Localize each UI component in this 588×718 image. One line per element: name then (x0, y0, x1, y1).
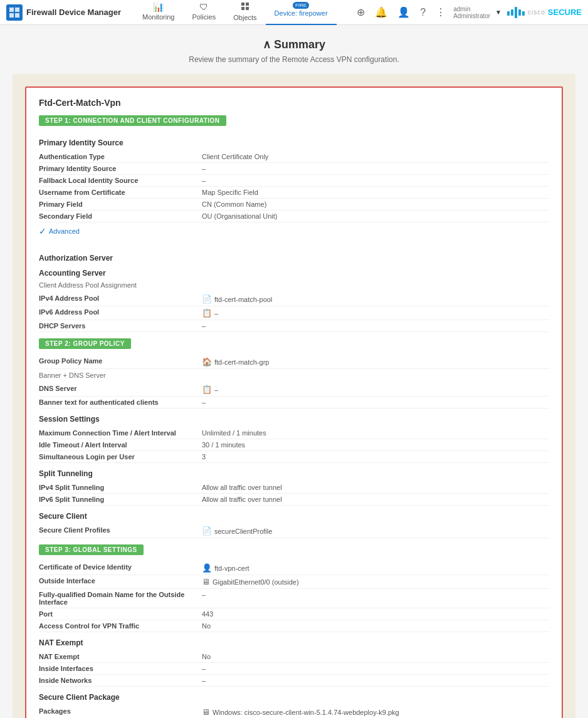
nav-monitoring-label: Monitoring (142, 13, 174, 21)
field-inside-networks: Inside Networks – (39, 675, 549, 687)
dropdown-arrow[interactable]: ▼ (495, 9, 501, 16)
field-label: Fully-qualified Domain Name for the Outs… (39, 591, 202, 606)
home-icon: 🏠 (202, 357, 212, 367)
step3-badge: STEP 3: GLOBAL SETTINGS (39, 544, 144, 555)
field-label: Port (39, 610, 202, 618)
device-badge: FIRE (293, 2, 309, 9)
nav-device[interactable]: FIRE Device: firepower (266, 0, 337, 25)
field-value: – (202, 398, 206, 406)
field-group-policy-name: Group Policy Name 🏠 ftd-cert-match-grp (39, 355, 549, 369)
notification-icon[interactable]: 🔔 (372, 4, 390, 21)
section-authorization: Authorization Server (39, 254, 549, 263)
field-secure-client-profiles: Secure Client Profiles 📄 secureClientPro… (39, 524, 549, 538)
profile-icon: 📄 (202, 526, 212, 536)
field-outside-interface: Outside Interface 🖥 GigabitEthernet0/0 (… (39, 575, 549, 589)
secure-text: SECURE (548, 8, 582, 17)
field-label: DHCP Servers (39, 322, 202, 330)
field-label: Idle Timeout / Alert Interval (39, 441, 202, 449)
field-label: Maximum Connection Time / Alert Interval (39, 429, 202, 437)
field-value: – (202, 665, 206, 672)
field-simultaneous-login: Simultaneous Login per User 3 (39, 451, 549, 463)
cert-icon: 👤 (202, 563, 212, 573)
field-label: IPv4 Address Pool (39, 294, 202, 302)
document-icon: 📄 (202, 294, 212, 304)
windows-icon: 🖥 (202, 707, 210, 717)
step1-badge: STEP 1: CONNECTION AND CLIENT CONFIGURAT… (39, 115, 226, 126)
field-label: Primary Identity Source (39, 165, 202, 172)
field-label: IPv6 Address Pool (39, 308, 202, 316)
field-auth-type: Authentication Type Client Certificate O… (39, 151, 549, 163)
field-value: 📄 ftd-cert-match-pool (202, 294, 272, 304)
section-accounting: Accounting Server (39, 269, 549, 278)
field-value: 3 (202, 453, 206, 460)
field-value: 📋 – (202, 308, 218, 318)
field-ipv4-pool: IPv4 Address Pool 📄 ftd-cert-match-pool (39, 293, 549, 306)
nav-monitoring[interactable]: 📊 Monitoring (134, 0, 183, 25)
svg-rect-2 (9, 13, 14, 18)
cisco-logo: cisco SECURE (507, 7, 582, 18)
field-value: – (202, 677, 206, 684)
field-primary-field: Primary Field CN (Common Name) (39, 199, 549, 211)
field-value: 🖥 Windows: cisco-secure-client-win-5.1.4… (202, 707, 399, 717)
field-fqdn: Fully-qualified Domain Name for the Outs… (39, 589, 549, 608)
copy-icon: 📋 (202, 308, 212, 318)
vpn-name: Ftd-Cert-Match-Vpn (39, 98, 549, 108)
field-inside-interfaces: Inside Interfaces – (39, 663, 549, 675)
section-session: Session Settings (39, 415, 549, 424)
field-value: OU (Organisational Unit) (202, 212, 277, 220)
field-label: Authentication Type (39, 153, 202, 160)
field-cert-device-identity: Certificate of Device Identity 👤 ftd-vpn… (39, 561, 549, 575)
field-label: Inside Interfaces (39, 665, 202, 672)
svg-rect-0 (9, 8, 14, 12)
field-ipv6-split: IPv6 Split Tunneling Allow all traffic o… (39, 494, 549, 506)
svg-rect-8 (515, 7, 517, 18)
field-value: Map Specific Field (202, 189, 258, 196)
nav-objects[interactable]: Objects (224, 0, 265, 25)
field-dhcp: DHCP Servers – (39, 320, 549, 332)
field-value: 30 / 1 minutes (202, 441, 245, 449)
svg-rect-3 (15, 13, 19, 18)
user-info: admin Administrator (453, 6, 490, 19)
field-value: Allow all traffic over tunnel (202, 496, 282, 503)
field-label: Certificate of Device Identity (39, 563, 202, 571)
field-label: NAT Exempt (39, 653, 202, 660)
svg-rect-6 (241, 7, 244, 10)
field-value: CN (Common Name) (202, 200, 266, 208)
field-value: 📋 – (202, 385, 218, 394)
nav-policies-label: Policies (192, 13, 216, 21)
step2-badge: STEP 2: GROUP POLICY (39, 338, 131, 349)
nav-policies[interactable]: 🛡 Policies (183, 0, 224, 25)
section-split-tunneling: Split Tunneling (39, 469, 549, 478)
monitoring-icon: 📊 (153, 2, 164, 12)
field-value: 👤 ftd-vpn-cert (202, 563, 249, 573)
field-port: Port 443 (39, 608, 549, 620)
field-username-cert: Username from Certificate Map Specific F… (39, 187, 549, 199)
svg-rect-4 (241, 3, 244, 6)
page-subtitle: Review the summary of the Remote Access … (13, 55, 575, 64)
terminal-icon[interactable]: ⊕ (354, 4, 367, 21)
field-value: 🖥 GigabitEthernet0/0 (outside) (202, 577, 299, 586)
section-nat-exempt: NAT Exempt (39, 638, 549, 647)
page-title: ∧ Summary (13, 38, 575, 51)
subsection-banner-dns: Banner + DNS Server (39, 372, 549, 379)
field-value: Allow all traffic over tunnel (202, 484, 282, 491)
field-value: – (202, 165, 206, 172)
section-secure-client: Secure Client (39, 512, 549, 521)
nav-objects-label: Objects (233, 14, 256, 21)
field-label: Simultaneous Login per User (39, 453, 202, 460)
field-label: Secure Client Profiles (39, 526, 202, 534)
summary-box: Ftd-Cert-Match-Vpn STEP 1: CONNECTION AN… (25, 86, 563, 718)
more-icon[interactable]: ⋮ (433, 4, 448, 21)
policies-icon: 🛡 (199, 2, 208, 12)
help-icon[interactable]: ? (417, 4, 428, 21)
section-secure-client-package: Secure Client Package (39, 693, 549, 702)
svg-rect-11 (507, 11, 510, 16)
nav-items: 📊 Monitoring 🛡 Policies Objects FIRE Dev… (134, 0, 337, 25)
advanced-link[interactable]: ✓ Advanced (39, 226, 549, 236)
user-role: Administrator (453, 13, 490, 19)
top-navigation: Firewall Device Manager 📊 Monitoring 🛡 P… (0, 0, 588, 25)
field-access-control: Access Control for VPN Traffic No (39, 620, 549, 632)
user-icon[interactable]: 👤 (395, 4, 412, 21)
interface-icon: 🖥 (202, 577, 210, 586)
field-label: Group Policy Name (39, 357, 202, 365)
